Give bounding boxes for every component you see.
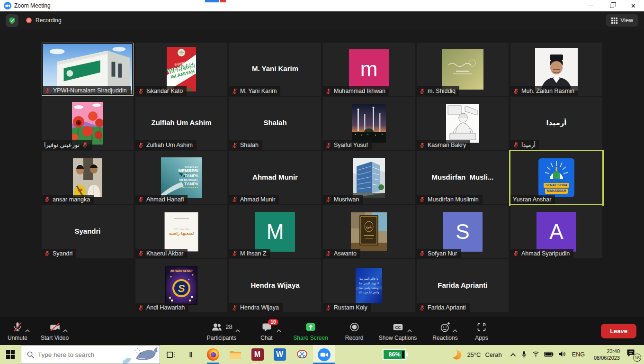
participant-tile[interactable]: M M Ihsan Z — [229, 205, 321, 258]
show-captions-button[interactable]: CC Show Captions — [376, 318, 420, 344]
muted-mic-icon — [138, 88, 144, 94]
muted-mic-icon — [513, 88, 519, 94]
action-center-button[interactable]: 18 — [626, 348, 640, 361]
video-options-caret[interactable] — [63, 326, 68, 334]
participant-tile[interactable]: Musdirfan Musli... Musdirfan Muslimin — [417, 151, 509, 204]
participant-tile[interactable]: Hendra Wijaya Hendra Wijaya — [229, 259, 321, 312]
participant-tile[interactable]: Muh. Zaitun Rasmin — [510, 43, 602, 96]
captions-icon: CC — [392, 321, 404, 333]
participant-tile[interactable]: Shalah Shalah — [229, 97, 321, 150]
participants-caret[interactable] — [235, 326, 240, 334]
battery-percent-widget[interactable]: 86% — [383, 349, 406, 360]
reactions-caret[interactable] — [453, 326, 457, 334]
participant-name-label: نورعيني نوفيرا — [42, 140, 92, 150]
participant-tile[interactable]: Musriwan — [323, 151, 415, 204]
participant-tile[interactable]: M. Yani Karim M. Yani Karim — [229, 43, 321, 96]
participant-name-label: Rustam Koly — [323, 303, 371, 312]
weather-temperature[interactable]: 25°C — [467, 351, 481, 358]
participants-button[interactable]: 28 Participants — [199, 318, 244, 344]
muted-mic-icon — [325, 305, 331, 311]
taskbar-file-explorer[interactable] — [224, 345, 246, 364]
participant-tile[interactable]: وجوه يومئذ ناعمةلسعيها راضية Khaerul Akb… — [135, 205, 227, 258]
chat-button[interactable]: 10 Chat — [253, 318, 280, 344]
participant-name-text: YPWI-Nursalam Siradjuddin — [53, 87, 127, 94]
minimize-button[interactable] — [580, 0, 601, 11]
chat-caret[interactable] — [277, 326, 281, 334]
participant-tile[interactable]: Syaiful Yusuf — [323, 97, 415, 150]
unmute-button[interactable]: Unmute — [7, 318, 28, 344]
taskbar-search-box[interactable] — [21, 345, 160, 364]
reactions-button[interactable]: Reactions — [428, 318, 462, 344]
tray-wifi-icon[interactable] — [532, 350, 540, 359]
windows-taskbar: ‖ M W 86% 25°C Cerah ENG 23:40 — [0, 345, 644, 364]
participant-tile[interactable]: m Muhammad Ikhwan — [323, 43, 415, 96]
muted-mic-icon — [45, 88, 51, 94]
tray-mic-icon[interactable] — [520, 350, 528, 359]
taskbar-snipping-tool[interactable] — [291, 345, 313, 364]
participant-tile[interactable]: Ahmad Munir Ahmad Munir — [229, 151, 321, 204]
participant-display-name: Shalah — [231, 118, 319, 127]
participant-tile[interactable]: A Ahmad Syaripudin — [510, 205, 602, 258]
participant-display-name: Ahmad Munir — [231, 173, 319, 181]
weather-moon-icon — [452, 349, 463, 360]
tray-expand-caret[interactable] — [510, 351, 516, 358]
participant-tile[interactable]: SENAT STIBAMAKASSAR Yusran Anshar — [510, 151, 602, 204]
restore-button[interactable] — [601, 0, 623, 11]
avatar-image — [353, 158, 385, 198]
start-button[interactable] — [0, 345, 21, 364]
participant-tile[interactable]: m. Shiddiq — [417, 43, 509, 96]
participant-tile[interactable]: يا عالم السر منالا تهتك الستر عناوعافنا … — [323, 259, 415, 312]
view-button[interactable]: View — [606, 14, 638, 27]
participant-tile[interactable]: S Sofyan Nur — [417, 205, 509, 258]
muted-mic-icon — [419, 305, 425, 311]
search-input[interactable] — [38, 351, 114, 358]
participant-name-text: Iskandar Kato — [146, 88, 183, 94]
security-shield-icon[interactable] — [6, 14, 18, 27]
apps-icon — [476, 321, 487, 333]
participant-tile[interactable]: Zulfiah Um Ashim Zulfiah Um Ashim — [135, 97, 227, 150]
clock-widget[interactable]: 23:40 08/06/2023 — [594, 348, 620, 362]
share-screen-button[interactable]: Share Screen — [289, 318, 332, 344]
pinned-app-pipes[interactable]: ‖ — [181, 345, 202, 364]
leave-button[interactable]: Leave — [601, 324, 636, 338]
participant-tile[interactable]: SejarahWAHDAHISLAMIYAH Iskandar Kato — [135, 43, 227, 96]
clock-date: 08/06/2023 — [594, 355, 620, 361]
participant-tile[interactable]: Syandri Syandri — [42, 205, 134, 258]
participant-tile[interactable]: ansar mangka — [42, 151, 134, 204]
participant-tile[interactable]: YPWI-Nursalam Siradjuddin — [42, 43, 134, 96]
apps-button[interactable]: Apps — [471, 318, 492, 344]
participant-name-label: Muhammad Ikhwan — [323, 86, 389, 96]
taskbar-zoom[interactable] — [313, 345, 335, 364]
tray-battery-icon[interactable] — [544, 351, 554, 358]
participant-tile[interactable]: S30 HARI SERU! Andi Hawariah — [135, 259, 227, 312]
participant-name-label: أرميدا — [510, 140, 539, 150]
participant-tile[interactable]: نورعيني نوفيرا — [42, 97, 134, 150]
tray-speaker-icon[interactable] — [558, 350, 566, 359]
clock-time: 23:40 — [594, 348, 620, 355]
close-button[interactable]: ✕ — [623, 0, 644, 11]
participant-name-text: Yusran Anshar — [513, 196, 551, 203]
participant-name-label: Musriwan — [323, 195, 363, 204]
participant-name-label: Syaiful Yusuf — [323, 140, 372, 150]
taskbar-firefox[interactable] — [202, 345, 224, 364]
weather-condition[interactable]: Cerah — [485, 351, 501, 358]
unmute-options-caret[interactable] — [25, 326, 30, 334]
participant-name-label: Iskandar Kato — [135, 86, 187, 96]
participant-name-text: Muhammad Ikhwan — [334, 88, 385, 94]
svg-text:CC: CC — [395, 326, 401, 330]
participant-tile[interactable]: بلوغ Aswanto — [323, 205, 415, 258]
participant-name-text: أرميدا — [521, 141, 536, 148]
task-view-button[interactable] — [160, 345, 181, 364]
participant-tile[interactable]: TETAPLAHMEMBERITANPAMENGINGAT,TANPAMELUP… — [135, 151, 227, 204]
participant-tile[interactable]: أرميدا أرميدا — [510, 97, 602, 150]
reactions-icon — [439, 321, 451, 333]
participant-tile[interactable]: Kasman Bakry — [417, 97, 509, 150]
start-video-button[interactable]: Start Video — [41, 318, 69, 344]
captions-caret[interactable] — [407, 326, 412, 334]
taskbar-mendeley[interactable]: M — [246, 345, 268, 364]
participant-tile[interactable]: Farida Aprianti Farida Aprianti — [417, 259, 509, 312]
taskbar-word[interactable]: W — [268, 345, 291, 364]
participant-name-label: m. Shiddiq — [417, 86, 459, 96]
language-indicator[interactable]: ENG — [572, 351, 585, 358]
record-button[interactable]: Record — [341, 318, 367, 344]
